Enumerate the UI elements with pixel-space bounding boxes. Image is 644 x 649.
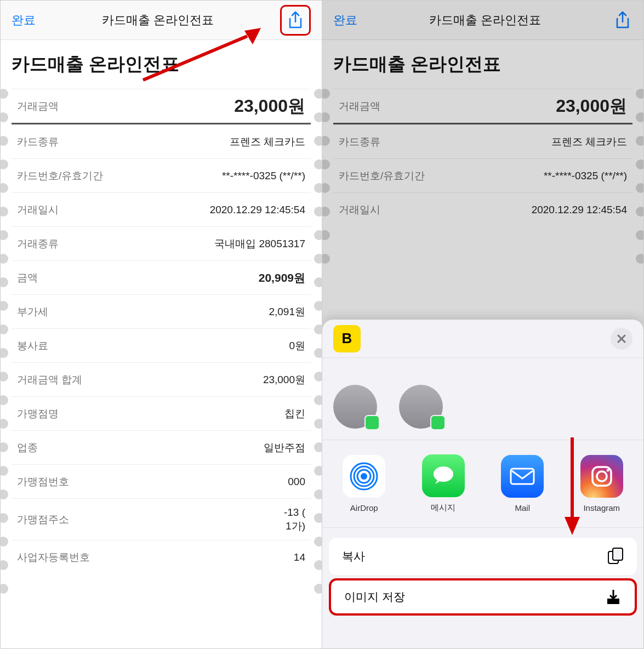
download-icon (605, 589, 622, 605)
left-pane: 완료 카드매출 온라인전표 카드매출 온라인전표 거래금 (1, 1, 322, 648)
svg-rect-7 (511, 469, 534, 484)
row-label: 카드번호/유효기간 (17, 169, 103, 183)
share-button[interactable] (280, 5, 311, 36)
row-label: 부가세 (17, 305, 48, 319)
svg-point-6 (434, 466, 453, 482)
row-value: **-****-0325 (**/**) (222, 170, 305, 182)
row-value: 20,909원 (259, 270, 305, 286)
row-value: 칩킨 (284, 407, 305, 421)
done-button[interactable]: 완료 (12, 12, 36, 29)
svg-point-10 (606, 469, 609, 472)
svg-rect-12 (613, 548, 623, 560)
navbar-left: 완료 카드매출 온라인전표 (1, 1, 322, 40)
svg-point-2 (361, 473, 367, 480)
row-value: 프렌즈 체크카드 (551, 135, 627, 149)
right-pane: 완료 카드매출 온라인전표 카드매출 온라인전표 거래금액 23,000원 (322, 1, 643, 648)
amount-value: 23,000원 (234, 94, 305, 118)
action-label: 복사 (342, 549, 365, 564)
page-title: 카드매출 온라인전표 (1, 40, 322, 89)
contact-item[interactable] (399, 385, 448, 429)
app-label: Instagram (583, 503, 620, 513)
app-instagram[interactable]: Instagram (567, 455, 637, 513)
app-messages[interactable]: 메시지 (408, 454, 479, 513)
row-label: 카드종류 (339, 135, 380, 149)
perforation-left (1, 89, 7, 648)
row-value: -13 ( 1가) (284, 506, 305, 533)
navbar-right: 완료 카드매출 온라인전표 (322, 1, 643, 40)
nav-title: 카드매출 온라인전표 (102, 12, 214, 29)
svg-point-9 (597, 471, 607, 481)
row-value: 2020.12.29 12:45:54 (210, 204, 305, 216)
row-value: 23,000원 (263, 373, 305, 387)
row-value: 일반주점 (264, 441, 305, 455)
action-copy[interactable]: 복사 (329, 538, 637, 575)
close-button[interactable] (611, 328, 632, 350)
row-label: 가맹점번호 (17, 475, 69, 489)
row-label: 거래금액 합계 (17, 373, 82, 387)
row-label: 카드종류 (17, 135, 59, 149)
sheet-app-icon: B (333, 325, 361, 352)
action-save-image[interactable]: 이미지 저장 (329, 578, 637, 616)
contacts-row (322, 358, 643, 440)
row-value: **-****-0325 (**/**) (544, 170, 627, 182)
messages-icon (430, 462, 457, 489)
row-value: 국내매입 28051317 (214, 237, 305, 251)
row-label: 봉사료 (17, 339, 48, 353)
row-value: 2,091원 (269, 305, 305, 319)
row-value: 2020.12.29 12:45:54 (532, 204, 627, 216)
app-mail[interactable]: Mail (487, 455, 558, 513)
copy-icon (607, 547, 624, 566)
airdrop-icon (349, 461, 379, 492)
row-label: 거래종류 (17, 237, 59, 251)
messages-badge-icon (364, 415, 380, 430)
amount-value: 23,000원 (556, 94, 627, 118)
row-value: 000 (288, 476, 305, 488)
instagram-icon (588, 463, 615, 490)
page-title: 카드매출 온라인전표 (322, 40, 643, 89)
app-label: AirDrop (350, 503, 378, 513)
app-label: 메시지 (431, 503, 455, 513)
apps-row: AirDrop 메시지 (322, 440, 643, 528)
row-label: 카드번호/유효기간 (339, 169, 425, 183)
action-label: 이미지 저장 (344, 589, 405, 605)
nav-title: 카드매출 온라인전표 (429, 12, 541, 29)
mail-icon (509, 465, 536, 487)
done-button[interactable]: 완료 (333, 12, 357, 29)
row-value: 프렌즈 체크카드 (230, 135, 305, 149)
amount-label: 거래금액 (339, 99, 380, 113)
row-value: 14 (294, 551, 305, 563)
row-label: 사업자등록번호 (17, 550, 90, 565)
share-button[interactable] (613, 10, 632, 30)
receipt-left: 거래금액 23,000원 카드종류 프렌즈 체크카드 카드번호/유효기간 **-… (1, 89, 322, 648)
messages-badge-icon (430, 415, 446, 430)
close-icon (617, 334, 626, 344)
row-label: 가맹점주소 (17, 513, 69, 527)
sheet-header: B (322, 320, 643, 358)
share-icon (288, 11, 303, 30)
row-label: 업종 (17, 441, 38, 455)
amount-label: 거래금액 (17, 99, 59, 113)
row-label: 거래일시 (339, 203, 380, 217)
row-label: 금액 (17, 271, 38, 285)
actions-list: 복사 이미지 저장 (322, 528, 643, 616)
app-airdrop[interactable]: AirDrop (329, 455, 400, 513)
row-label: 거래일시 (17, 203, 59, 217)
contact-item[interactable] (333, 385, 383, 429)
row-value: 0원 (289, 339, 305, 353)
share-icon (615, 11, 630, 30)
share-sheet: B (322, 320, 643, 648)
perforation-right (315, 89, 322, 648)
row-label: 가맹점명 (17, 407, 59, 421)
app-label: Mail (515, 503, 530, 513)
